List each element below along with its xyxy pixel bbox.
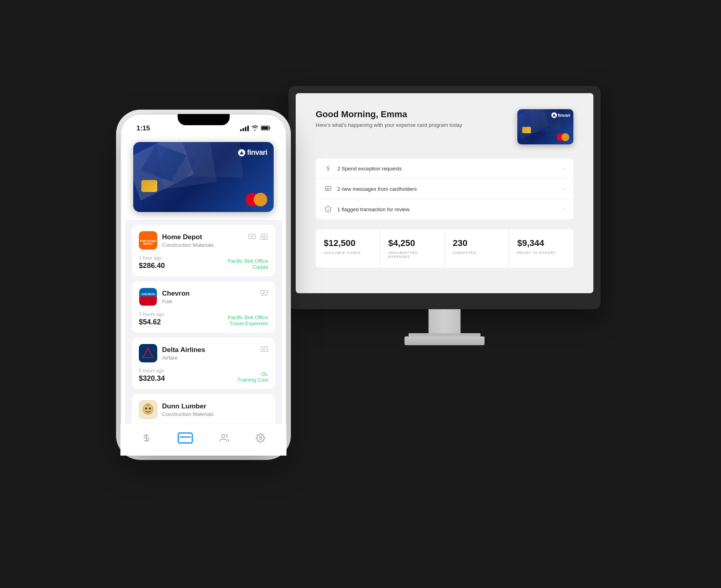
desktop-monitor: Good Morning, Emma Here's what's happeni… [288,86,601,345]
merchant-info-chevron: CHEVRON Chevron Fuel [139,288,190,306]
screen-header: Good Morning, Emma Here's what's happeni… [316,109,573,144]
svg-marker-13 [240,151,244,154]
svg-point-18 [263,236,265,238]
transaction-homedepot[interactable]: THE HOME DEPOT Home Depot Construction M… [125,225,282,276]
dollar-icon: $ [324,164,332,173]
desktop-card: finvari [517,109,573,144]
txn-amount-0: $286.40 [139,262,165,270]
notifications-list: $ 2 Spend exception requests › [316,158,573,219]
status-time: 1:15 [136,124,150,132]
homedepot-logo: THE HOME DEPOT [139,231,157,250]
svg-rect-7 [262,126,268,129]
merchant-category-0: Construction Materials [162,242,214,248]
transactions-scroll: THE HOME DEPOT Home Depot Construction M… [125,220,282,436]
txn-time-0: 1 hour ago [139,255,165,261]
chevron-logo: CHEVRON [139,288,157,306]
signal-bars [240,126,249,131]
card-chip [522,127,531,133]
stat-submitted: 230 SUBMITTED [445,229,509,268]
phone-card-logo: finvari [238,148,267,157]
finvari-logo-symbol [238,149,245,156]
card-logo: finvari [551,112,570,118]
notification-spend[interactable]: $ 2 Spend exception requests › [316,158,573,179]
phone-card-mastercard [246,193,267,206]
camera-icon-0[interactable] [260,233,268,242]
notification-messages[interactable]: 2 new messages from cardholders › [316,179,573,199]
nav-item-cards[interactable] [178,432,193,444]
txn-category-1: Pacific Bell Office Travel Expenses [228,314,268,326]
merchant-name-2: Delta Airlines [162,346,205,354]
nav-item-people[interactable] [220,433,229,443]
message-icon-1[interactable] [260,289,268,299]
txn-time-2: 5 hours ago [139,368,165,374]
card-mastercard [557,133,569,141]
txn-amount-1: $54.62 [139,318,164,326]
notif-text-flagged: 1 flagged transaction for review [337,206,564,212]
transaction-chevron[interactable]: CHEVRON Chevron Fuel [125,281,282,333]
stat-amount-3: $9,344 [517,238,565,248]
stat-label-3: READY TO EXPORT [517,251,565,255]
stat-amount-2: 230 [453,238,501,248]
merchant-category-3: Construction Materials [162,411,214,417]
merchant-info-homedepot: THE HOME DEPOT Home Depot Construction M… [139,231,214,250]
txn-actions-0 [248,231,268,242]
message-icon-2[interactable] [260,346,268,355]
notif-text-spend: 2 Spend exception requests [337,166,564,172]
phone-card-chip [141,180,157,192]
phone-card[interactable]: finvari [133,142,274,212]
nav-item-settings[interactable] [256,433,265,443]
message-icon-0[interactable] [248,233,256,242]
stat-label-1: UNSUBMITTED EXPENSES [388,251,436,259]
phone-notch [178,114,230,125]
txn-category-0: Pacific Bell Office Carpet [228,258,268,270]
greeting-subtitle: Here's what's happening with your expens… [316,122,462,128]
mobile-phone: 1:15 [120,114,286,456]
status-icons [240,125,270,132]
merchant-info-dunn: Dunn Lumber Construction Materials [139,400,214,419]
txn-actions-1 [260,288,268,299]
screen-greeting: Good Morning, Emma Here's what's happeni… [316,109,462,128]
merchant-info-delta: Delta Airlines Airfare [139,344,205,362]
svg-point-31 [145,408,147,410]
chevron-right-icon: › [564,166,565,171]
delta-logo [139,344,157,362]
svg-text:CHEVRON: CHEVRON [141,293,155,296]
monitor-base [405,336,485,345]
merchant-name-1: Chevron [162,290,190,298]
chevron-right-icon-2: › [564,186,565,192]
notification-flagged[interactable]: 1 flagged transaction for review › [316,199,573,219]
dunn-logo [139,400,157,419]
svg-rect-17 [249,234,255,239]
svg-point-34 [222,434,225,438]
phone-bottom-nav [125,424,282,451]
svg-text:DEPOT: DEPOT [143,242,153,245]
stat-available-funds: $12,500 AVAILABLE FUNDS [316,229,380,268]
stat-unsubmitted: $4,250 UNSUBMITTED EXPENSES [380,229,444,268]
svg-rect-23 [261,290,267,295]
txn-time-1: 3 hours ago [139,312,164,317]
merchant-category-1: Fuel [162,298,190,304]
stat-export: $9,344 READY TO EXPORT [509,229,573,268]
finvari-brand-name: finvari [247,148,267,157]
info-icon [324,205,332,214]
svg-rect-6 [270,127,270,129]
svg-point-33 [146,403,150,406]
chevron-right-icon-3: › [564,206,565,212]
merchant-name-0: Home Depot [162,233,214,241]
transaction-delta[interactable]: Delta Airlines Airfare [125,338,282,389]
nav-item-dollar[interactable] [142,433,151,443]
mc-orange-circle [254,193,267,206]
svg-rect-21 [139,296,157,306]
greeting-text: Good Morning, Emma [316,109,462,120]
merchant-name-3: Dunn Lumber [162,402,214,410]
stat-amount-1: $4,250 [388,238,436,248]
txn-actions-2 [260,344,268,355]
stats-row: $12,500 AVAILABLE FUNDS $4,250 UNSUBMITT… [316,229,573,268]
merchant-category-2: Airfare [162,355,205,361]
stat-amount-0: $12,500 [324,238,372,248]
phone-card-area: finvari [125,136,282,220]
svg-rect-27 [261,347,267,352]
monitor-base-top [409,333,481,336]
svg-point-35 [259,437,262,439]
txn-category-2: GL Training Cost [237,371,268,383]
